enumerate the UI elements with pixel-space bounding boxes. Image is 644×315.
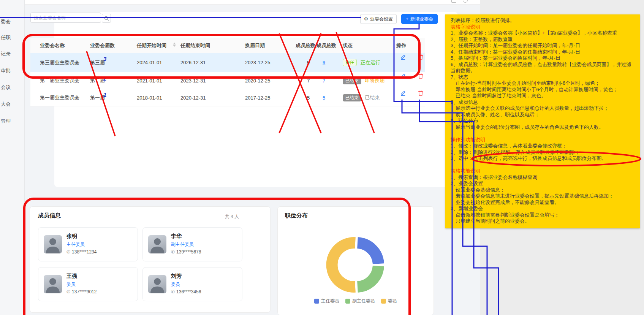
sort-icon[interactable] (173, 43, 176, 47)
member-phone-number: 136****3456 (176, 289, 201, 294)
note-line: 1、修改：修改业委会信息，具体看业委会修改弹框； (451, 143, 635, 149)
table-row[interactable]: 第二届业主委员会第二届2021-01-012023-12-312020-12-2… (30, 72, 425, 89)
column-header: 操作 (396, 38, 406, 53)
table-row[interactable]: 第三届业主委员会第三届2024-01-012026-12-312023-12-2… (30, 53, 425, 72)
column-header[interactable]: 任期开始时间 (137, 38, 166, 53)
handwritten-digit: 3 (103, 55, 106, 62)
delete-button[interactable] (417, 72, 424, 79)
column-header: 业委会名称 (40, 38, 65, 53)
person-photo (44, 235, 62, 253)
edit-button[interactable] (400, 53, 407, 60)
search-icon (104, 16, 109, 21)
cell-status: 已结束即将换届 (343, 72, 385, 89)
note-line: 1、业委会名称：业委会名称【小区简称】+【第n届业委会】，小区名称查重 (451, 30, 635, 36)
donut-segment-副主任委员 (358, 266, 378, 287)
member-card[interactable]: 李华副主任委员✆139****5678 (142, 227, 242, 261)
sidebar-item-5[interactable]: 会议 (1, 84, 11, 91)
cell-term: 第二届 (90, 72, 105, 89)
sidebar-item-1[interactable]: 委会 (1, 18, 11, 25)
add-committee-button[interactable]: + 新增业委会 (401, 14, 438, 24)
member-card[interactable]: 张明主任委员✆138****1234 (38, 227, 138, 261)
edit-icon (400, 54, 406, 60)
note-heading: 表格字段说明 (451, 24, 635, 30)
cell-member-total-link[interactable]: 5 (323, 89, 325, 106)
cell-member-total-link[interactable]: 9 (323, 53, 325, 72)
delete-button[interactable] (417, 53, 424, 60)
person-photo (44, 275, 62, 293)
cell-member-total-link[interactable]: 7 (323, 72, 325, 89)
member-card[interactable]: 刘芳委员✆136****3456 (142, 267, 242, 301)
search-button[interactable] (102, 14, 111, 23)
legend-item[interactable]: 主任委员 (314, 298, 339, 304)
note-line: 3、新增业委会 (451, 206, 635, 212)
person-photo (148, 235, 166, 253)
note-line: 若添加业委会信息前未进行业委会设置，提示先设置基础信息后再添加； (451, 193, 635, 199)
status-badge: 已结束 (343, 77, 361, 84)
window-icon[interactable] (451, 0, 456, 3)
phone-icon: ✆ (66, 289, 70, 294)
refresh-icon[interactable] (463, 0, 468, 3)
member-count-link[interactable]: 9 (323, 60, 325, 65)
delete-button[interactable] (417, 89, 424, 96)
edit-button[interactable] (400, 72, 407, 79)
column-header: 换届日期 (245, 38, 265, 53)
note-line: 8、成员信息 (451, 99, 635, 106)
cell-status: 在任正在运行 (343, 53, 380, 72)
sidebar-item-2[interactable]: 任职 (1, 34, 11, 41)
note-line: 1、搜索查询：根据业委会名称模糊查询 (451, 174, 635, 181)
legend-item[interactable]: 委员 (381, 298, 397, 304)
note-line: 即将换届-当前时间距离结束时间小于6个月时，自动计算换届时间，黄色； (451, 87, 635, 93)
status-text: 即将换届 (365, 77, 385, 84)
donut-segment-主任委员 (358, 243, 378, 264)
legend-label: 主任委员 (321, 298, 339, 304)
member-role: 主任委员 (66, 241, 85, 248)
member-count-link[interactable]: 7 (323, 78, 325, 84)
sidebar-item-6[interactable]: 大会 (1, 101, 11, 108)
legend-swatch (345, 299, 350, 304)
member-phone-number: 138****1234 (72, 249, 97, 255)
handwritten-digit: 2 (103, 75, 106, 82)
screenshot-root: 激活 Windows 转到“设置”以激活 Windows。 委会任职记录审批会议… (0, 0, 644, 315)
note-line: 设置业委会基础信息； (451, 187, 635, 193)
member-card[interactable]: 王强委员✆137****9012 (38, 267, 138, 301)
legend-label: 委员 (388, 298, 397, 304)
delete-icon (418, 90, 423, 96)
status-text: 正在运行 (361, 59, 380, 66)
column-header: 成员总数 (316, 38, 336, 53)
member-role: 副主任委员 (171, 241, 194, 248)
note-line: 业委会初始化设置完成后，不能修改只能查看。 (451, 199, 635, 206)
edit-button[interactable] (400, 89, 407, 96)
member-count-link[interactable]: 5 (323, 95, 325, 101)
note-line: 2、届数：正整数，届数查重 (451, 36, 635, 43)
status-text: 已结束 (365, 94, 380, 101)
member-name: 李华 (171, 233, 182, 240)
member-phone: ✆137****9012 (66, 289, 97, 294)
cell-status: 已结束已结束 (343, 89, 380, 106)
position-donut-chart (325, 233, 389, 298)
committee-settings-button[interactable]: ⚙ 业委会设置 (360, 14, 397, 24)
note-line: 3、选中：点击列表行，高亮选中行，切换成员信息和成员职位分布图。 (451, 155, 635, 162)
cell-change-date: 2017-12-25 (245, 89, 271, 106)
note-line: 只能建立当前时间之前的业委会。 (451, 218, 635, 225)
member-info-title: 成员信息 (38, 212, 61, 219)
member-role: 委员 (171, 281, 180, 288)
cell-change-date: 2020-12-25 (245, 72, 271, 89)
column-header: 业委会届数 (90, 38, 115, 53)
member-name: 王强 (66, 273, 77, 280)
sidebar-item-4[interactable]: 审批 (1, 67, 11, 74)
note-line: 5、换届时间：某一届业委会的换届时间，年-月-日 (451, 55, 635, 62)
committee-settings-label: 业委会设置 (370, 16, 393, 22)
legend-item[interactable]: 副主任委员 (345, 298, 375, 304)
sidebar-item-7[interactable]: 管理 (1, 118, 11, 125)
cell-start-date: 2021-01-01 (137, 72, 162, 89)
note-line: 2、删除：删除进行2次提醒，存在成员关联关系不能删除； (451, 149, 635, 156)
sidebar-item-3[interactable]: 记录 (1, 51, 11, 57)
column-header: 成员总数 (296, 38, 315, 53)
note-line: 展示选中行业委会关联的成员信息和总计的人员数量，超出滚动下拉； (451, 105, 635, 112)
cell-start-date: 2018-01-01 (137, 89, 162, 106)
table-row[interactable]: 第一届业主委员会第一届2018-01-012020-12-312017-12-2… (30, 89, 425, 106)
note-line (451, 162, 635, 168)
search-input[interactable] (30, 13, 101, 23)
cell-member-total: 9 (307, 53, 310, 72)
status-badge: 在任 (343, 59, 357, 66)
